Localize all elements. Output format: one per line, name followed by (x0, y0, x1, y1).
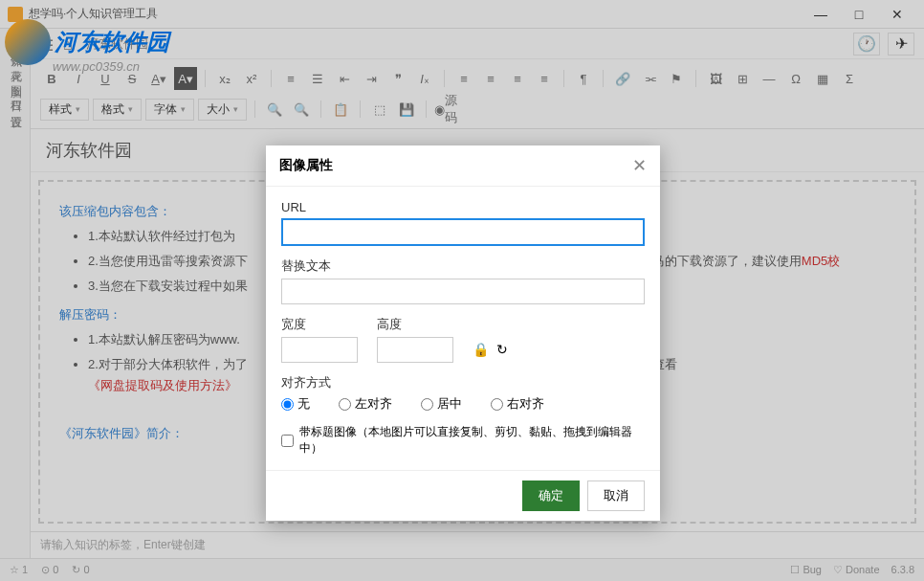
lock-icon[interactable]: 🔒 (473, 342, 489, 357)
align-left-radio[interactable]: 左对齐 (339, 395, 392, 413)
caption-checkbox[interactable] (281, 435, 294, 447)
url-label: URL (281, 200, 645, 214)
height-label: 高度 (377, 316, 453, 333)
image-properties-dialog: 图像属性 ✕ URL 替换文本 宽度 高度 🔒 ↻ 对齐方式 (266, 145, 660, 521)
align-none-radio[interactable]: 无 (281, 395, 310, 413)
align-center-radio[interactable]: 居中 (421, 395, 462, 413)
alt-text-input[interactable] (281, 279, 645, 304)
url-input[interactable] (281, 218, 645, 246)
dialog-title: 图像属性 (279, 157, 632, 174)
ok-button[interactable]: 确定 (522, 480, 580, 511)
caption-label: 带标题图像（本地图片可以直接复制、剪切、黏贴、拖拽到编辑器中） (299, 424, 645, 457)
width-input[interactable] (281, 337, 358, 363)
refresh-icon[interactable]: ↻ (496, 342, 508, 357)
height-input[interactable] (377, 337, 453, 363)
align-label: 对齐方式 (281, 374, 645, 391)
alt-text-label: 替换文本 (281, 257, 645, 275)
width-label: 宽度 (281, 316, 358, 333)
cancel-button[interactable]: 取消 (587, 480, 645, 511)
align-right-radio[interactable]: 右对齐 (491, 395, 544, 413)
dialog-close-button[interactable]: ✕ (632, 155, 647, 176)
